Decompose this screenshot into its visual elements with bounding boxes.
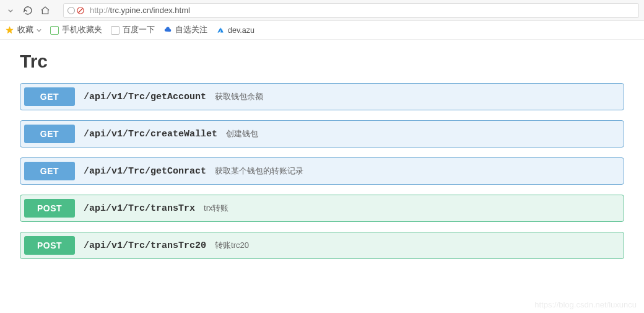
bookmark-label: 自选关注 <box>175 25 207 35</box>
endpoint-path: /api/v1/Trc/transTrx <box>84 203 195 214</box>
svg-marker-3 <box>217 27 221 32</box>
url-bar[interactable]: http://trc.ypine.cn/index.html <box>63 3 639 18</box>
page-icon <box>50 26 59 35</box>
endpoint-path: /api/v1/Trc/getAccount <box>84 92 206 102</box>
watermark: https://blog.csdn.net/luxuncu <box>534 300 637 309</box>
bookmark-label: 手机收藏夹 <box>62 25 102 35</box>
browser-toolbar: http://trc.ypine.cn/index.html <box>0 0 644 21</box>
endpoint-desc: trx转账 <box>204 203 228 214</box>
bookmark-item-baidu[interactable]: 百度一下 <box>111 25 155 35</box>
endpoint-desc: 获取某个钱包的转账记录 <box>215 165 303 177</box>
endpoint-get-account[interactable]: GET /api/v1/Trc/getAccount 获取钱包余额 <box>20 83 624 110</box>
star-icon <box>5 25 14 35</box>
method-badge: GET <box>24 125 75 143</box>
endpoint-trans-trx[interactable]: POST /api/v1/Trc/transTrx trx转账 <box>20 195 624 222</box>
endpoint-path: /api/v1/Trc/getConract <box>84 166 206 177</box>
not-secure-icon <box>76 6 85 15</box>
endpoint-desc: 获取钱包余额 <box>215 91 263 102</box>
home-icon[interactable] <box>40 5 51 16</box>
endpoint-desc: 转账trc20 <box>215 240 249 251</box>
reload-icon[interactable] <box>22 5 33 16</box>
endpoint-desc: 创建钱包 <box>226 128 258 139</box>
endpoint-create-wallet[interactable]: GET /api/v1/Trc/createWallet 创建钱包 <box>20 120 624 148</box>
bookmark-bar: 收藏 手机收藏夹 百度一下 自选关注 dev.azu <box>0 21 644 40</box>
cloud-icon <box>163 26 172 35</box>
endpoint-path: /api/v1/Trc/transTrc20 <box>84 240 206 251</box>
bookmark-item-select[interactable]: 自选关注 <box>163 25 207 35</box>
method-badge: GET <box>24 162 75 180</box>
bookmark-item-devazu[interactable]: dev.azu <box>216 26 255 35</box>
method-badge: GET <box>24 87 75 106</box>
favorites-menu[interactable]: 收藏 <box>5 25 41 35</box>
endpoint-get-conract[interactable]: GET /api/v1/Trc/getConract 获取某个钱包的转账记录 <box>20 157 624 185</box>
bookmark-label: dev.azu <box>228 26 255 35</box>
bookmark-item-mobile[interactable]: 手机收藏夹 <box>50 25 102 35</box>
endpoint-trans-trc20[interactable]: POST /api/v1/Trc/transTrc20 转账trc20 <box>20 232 624 259</box>
chevron-down-icon <box>37 28 41 33</box>
svg-marker-2 <box>6 26 14 33</box>
method-badge: POST <box>24 199 75 218</box>
method-badge: POST <box>24 236 75 255</box>
bookmark-label: 百度一下 <box>123 25 155 35</box>
endpoint-path: /api/v1/Trc/createWallet <box>84 129 217 139</box>
page-content: Trc GET /api/v1/Trc/getAccount 获取钱包余额 GE… <box>0 40 644 280</box>
page-title: Trc <box>20 51 624 72</box>
azure-icon <box>216 26 225 35</box>
site-security-icon[interactable] <box>67 6 85 15</box>
url-text: http://trc.ypine.cn/index.html <box>90 6 190 15</box>
browser-back-dropdown-icon[interactable] <box>5 5 16 16</box>
page-icon <box>111 26 120 35</box>
svg-line-1 <box>79 8 83 12</box>
favorites-label: 收藏 <box>17 25 33 35</box>
